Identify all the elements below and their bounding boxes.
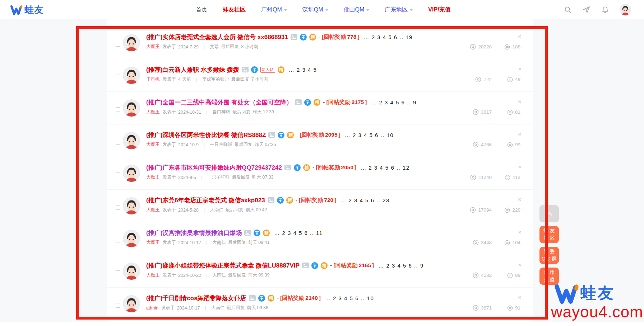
side-button-2[interactable]: 金币充值	[539, 268, 559, 285]
thread-author[interactable]: admin	[146, 306, 158, 311]
views-count: 17094	[478, 207, 492, 213]
thread-pagination[interactable]: … 2 3 4 5 6 .. 12	[361, 165, 409, 171]
eye-icon	[475, 76, 481, 82]
bell-icon[interactable]	[601, 5, 610, 14]
image-attachment-icon	[249, 295, 256, 301]
thread-pagination[interactable]: … 2 3 4 5 6 .. 19	[364, 34, 413, 40]
side-button-label: 蛙友	[543, 227, 556, 235]
digest-icon: 精	[286, 197, 293, 204]
thread-pagination[interactable]: … 2 3 4 5 6 .. 10	[325, 295, 374, 301]
close-icon[interactable]: ×	[518, 99, 522, 104]
close-icon[interactable]: ×	[518, 34, 522, 39]
close-icon[interactable]: ×	[518, 67, 522, 72]
digest-icon: 精	[263, 230, 270, 236]
thread-row: (推广)实体店老莞式全套选人会所 微信号 xx6868931 精 - [回帖奖励…	[107, 27, 533, 59]
thread-author[interactable]: 王司机	[146, 76, 160, 82]
close-icon[interactable]: ×	[518, 197, 522, 202]
thread-title[interactable]: (推广)深圳各区两米性价比快餐 微信RS888Z	[146, 131, 266, 139]
thread-title[interactable]: (推广)东莞6年老店正宗老莞式 微信axkp023	[146, 196, 265, 204]
thread-author-avatar[interactable]	[123, 34, 140, 51]
thread-author[interactable]: 大魔王	[146, 174, 160, 180]
close-icon[interactable]: ×	[518, 165, 522, 170]
last-reply-time: 昨天 07:33	[252, 174, 274, 180]
thread-title[interactable]: (推广)实体店老莞式全套选人会所 微信号 xx6868931	[146, 33, 288, 41]
thread-title[interactable]: (推荐)白云新人兼职 水多嫩妹 媛媛	[146, 66, 239, 74]
nav-item-3[interactable]: 深圳QM	[302, 6, 328, 14]
thread-author[interactable]: 大魔王	[146, 109, 160, 115]
thread-title[interactable]: (推广)汉宫推油桑拿情景推油口爆场	[146, 229, 242, 237]
close-icon[interactable]: ×	[518, 295, 522, 300]
nav-item-5[interactable]: 广东地区	[385, 6, 413, 14]
thread-stats: 17094 229	[457, 207, 520, 213]
thread-title[interactable]: (推广)广东各市区均可安排嫩妹内射QQ729437242	[146, 164, 282, 172]
posted-label: 发表于	[161, 305, 175, 311]
last-reply-time: 昨天 07:35	[255, 142, 276, 148]
search-icon[interactable]	[564, 5, 572, 14]
thread-pagination[interactable]: … 2 3 4 5 6 .. 9	[378, 263, 424, 269]
thread-stats: 4786 99	[457, 142, 520, 148]
user-avatar[interactable]	[620, 4, 631, 15]
thread-title[interactable]: (推广)全国一二三线中高端外围 有处女（全国可空降）	[146, 98, 292, 107]
thread-pagination[interactable]: … 2 3 4 5 6 .. 10	[345, 132, 394, 138]
views-count: 11249	[478, 175, 492, 180]
send-icon[interactable]	[582, 5, 591, 14]
thread-author-avatar[interactable]	[123, 263, 140, 280]
side-button-1[interactable]: 防丢QQ群	[539, 247, 559, 264]
side-button-0[interactable]: 蛙友社区	[539, 226, 559, 243]
back-to-top-button[interactable]	[539, 205, 559, 222]
thread-author-avatar[interactable]	[123, 67, 140, 84]
thread-checkbox[interactable]	[116, 140, 120, 145]
thread-checkbox[interactable]	[116, 173, 120, 177]
thread-author[interactable]: 大魔王	[146, 240, 160, 246]
close-icon[interactable]: ×	[518, 132, 522, 137]
close-icon[interactable]: ×	[518, 263, 522, 268]
thread-checkbox[interactable]	[116, 75, 120, 79]
meta-divider: |	[206, 240, 207, 245]
thread-checkbox[interactable]	[116, 303, 120, 308]
nav-item-1[interactable]: 蛙友社区	[223, 6, 246, 14]
nav-item-2[interactable]: 广州QM	[261, 6, 287, 14]
nav-item-label: 深圳QM	[302, 6, 323, 14]
last-replier: 大南仁	[212, 240, 226, 246]
thread-author-avatar[interactable]	[123, 295, 140, 312]
comment-icon	[507, 77, 513, 82]
thread-author-avatar[interactable]	[123, 197, 140, 214]
nav-item-6[interactable]: VIP/充值	[428, 6, 450, 14]
thread-checkbox[interactable]	[116, 270, 120, 275]
pinned-icon	[277, 197, 284, 204]
views-count: 3448	[481, 240, 492, 245]
thread-author[interactable]: 大魔王	[146, 272, 160, 278]
thread-author-avatar[interactable]	[123, 230, 140, 247]
nav-item-0[interactable]: 首页	[196, 6, 207, 14]
thread-author-avatar[interactable]	[123, 165, 140, 182]
thread-pagination[interactable]: … 2 3 4 5	[289, 67, 317, 73]
thread-author[interactable]: 大魔王	[146, 142, 160, 148]
thread-author[interactable]: 大魔王	[146, 44, 160, 50]
thread-title[interactable]: (推广)千日剧情cos舞蹈带降落女仆店	[146, 294, 246, 302]
posted-date: 2024-5-28	[178, 208, 199, 213]
thread-pagination[interactable]: … 2 3 4 5 6 .. 9	[371, 99, 417, 105]
thread-pagination[interactable]: … 2 3 4 5 6 .. 11	[274, 230, 323, 236]
close-icon[interactable]: ×	[518, 230, 522, 235]
thread-checkbox[interactable]	[116, 238, 120, 242]
pinned-icon	[254, 230, 260, 236]
replies-stat: 188	[500, 44, 520, 50]
reward: - [回帖奖励2050]	[312, 164, 356, 171]
site-logo[interactable]: 蛙友	[10, 3, 44, 16]
views-stat: 4582	[457, 272, 492, 278]
meta-divider: |	[204, 208, 205, 213]
thread-author-avatar[interactable]	[123, 99, 140, 117]
digest-icon: 精	[287, 132, 294, 138]
nav-item-4[interactable]: 佛山QM	[344, 6, 370, 14]
thread-checkbox[interactable]	[116, 42, 120, 47]
thread-author-avatar[interactable]	[123, 132, 140, 149]
side-button-stack: 蛙友社区防丢QQ群金币充值	[539, 205, 559, 285]
thread-author[interactable]: 大魔王	[146, 207, 160, 213]
thread-main: (推广)东莞6年老店正宗老莞式 微信axkp023 精 - [回帖奖励720] …	[146, 196, 457, 213]
thread-title[interactable]: (推广)鹿鹿小姐姐带您体验正宗莞式桑拿 微信LU8887VIP	[146, 261, 300, 270]
last-reply-label: 最后回复	[228, 272, 246, 278]
thread-checkbox[interactable]	[116, 205, 120, 210]
thread-checkbox[interactable]	[116, 107, 120, 112]
thread-pagination[interactable]: … 2 3 4 5 6 .. 23	[340, 197, 389, 203]
views-count: 20228	[478, 44, 492, 49]
